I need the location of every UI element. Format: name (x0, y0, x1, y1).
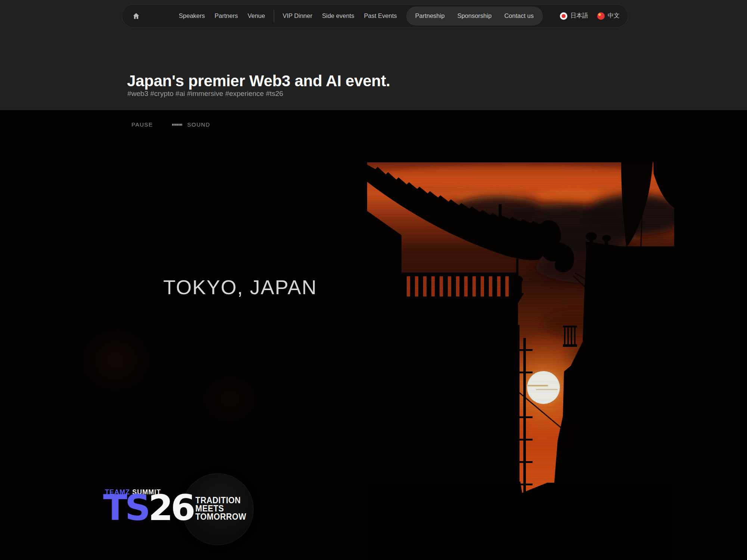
logo-ts: TS (103, 487, 148, 528)
nav-item-partnership[interactable]: Partneship (409, 12, 451, 19)
faint-reflection (176, 353, 284, 446)
nav-item-speakers[interactable]: Speakers (174, 12, 210, 19)
building-balconies (563, 326, 577, 445)
logo-tagline: TRADITION MEETS TOMORROW (195, 496, 246, 521)
nav-item-side-events[interactable]: Side events (317, 12, 359, 19)
nav-item-venue[interactable]: Venue (243, 12, 270, 19)
page: Speakers Partners Venue VIP Dinner Side … (0, 0, 747, 560)
hanging-lantern (511, 259, 524, 304)
video-controls: PAUSE SOUND (131, 121, 210, 128)
sound-button[interactable]: SOUND (172, 121, 210, 128)
nav-links: Speakers Partners Venue VIP Dinner Side … (174, 7, 620, 25)
lower-lattice (424, 521, 487, 539)
sun (527, 371, 560, 404)
language-japanese-label: 日本語 (570, 12, 588, 20)
sail-silhouette (621, 162, 653, 248)
logo-ts26: TS26 (103, 490, 193, 526)
sun-glow (482, 332, 605, 444)
power-cables (494, 162, 674, 441)
corner-structure (654, 162, 674, 208)
nav-item-past-events[interactable]: Past Events (359, 12, 402, 19)
main-navbar: Speakers Partners Venue VIP Dinner Side … (122, 4, 628, 28)
sunset-video-frame (367, 162, 674, 560)
page-title: Japan's premier Web3 and AI event. (127, 72, 390, 90)
sunset-scene (367, 162, 674, 560)
glowing-clouds (367, 166, 666, 243)
bottom-shadow (367, 482, 674, 560)
sound-button-label: SOUND (187, 121, 210, 128)
sky (367, 162, 674, 560)
home-icon (132, 12, 140, 20)
header-section: Speakers Partners Venue VIP Dinner Side … (0, 0, 747, 110)
faint-reflection (56, 306, 176, 414)
nav-item-vip-dinner[interactable]: VIP Dinner (278, 12, 317, 19)
japan-flag-icon (560, 12, 567, 20)
dark-clouds (449, 194, 674, 405)
tagline-line-3: TOMORROW (195, 513, 246, 521)
language-switcher: 日本語 中文 (551, 12, 620, 20)
nav-item-contact-us[interactable]: Contact us (498, 12, 540, 19)
scaffold-tower (515, 325, 533, 560)
nav-cta-group: Partneship Sponsorship Contact us (406, 7, 543, 25)
sun-streak (528, 385, 548, 386)
pagoda-roof-silhouette (367, 162, 574, 272)
home-button[interactable] (131, 11, 141, 21)
china-flag-icon (597, 12, 605, 20)
nav-item-partners[interactable]: Partners (210, 12, 243, 19)
hashtags-line: #web3 #crypto #ai #immersive #experience… (127, 90, 283, 98)
sun-streak (536, 389, 558, 390)
language-japanese[interactable]: 日本語 (560, 12, 588, 20)
language-chinese-label: 中文 (608, 12, 620, 20)
video-section: PAUSE SOUND TOKYO, JAPAN (0, 110, 747, 560)
right-building-silhouette (552, 232, 674, 560)
sound-bars-icon (172, 123, 183, 126)
nav-divider (274, 10, 274, 22)
location-caption: TOKYO, JAPAN (163, 276, 317, 299)
logo-year: 26 (148, 487, 193, 528)
pause-button[interactable]: PAUSE (131, 121, 153, 128)
language-chinese[interactable]: 中文 (597, 12, 620, 20)
pagoda-body-silhouette (367, 211, 518, 560)
pagoda-balcony (402, 273, 518, 326)
nav-item-sponsorship[interactable]: Sponsorship (451, 12, 498, 19)
